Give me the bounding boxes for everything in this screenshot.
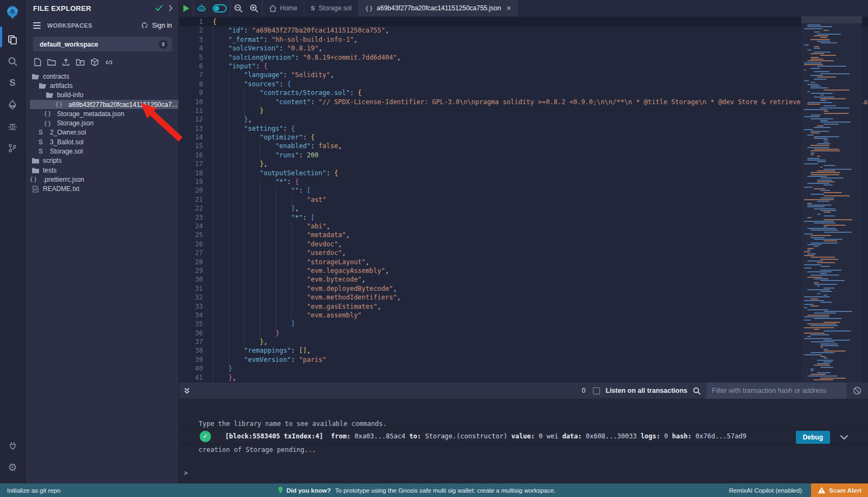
collapse-panel-chevron-icon[interactable] — [168, 5, 173, 11]
code-line[interactable]: 35] — [179, 320, 868, 328]
tree-item--prettierrc-json[interactable]: {}.prettierrc.json — [25, 175, 178, 184]
link-icon[interactable] — [105, 59, 113, 66]
upload-file-icon[interactable] — [62, 58, 70, 66]
plugin-manager-icon[interactable] — [0, 435, 25, 456]
tree-item-storage-json[interactable]: {}Storage.json — [25, 118, 178, 128]
copilot-status[interactable]: RemixAI Copilot (enabled) — [729, 487, 802, 494]
solidity-compiler-icon[interactable]: S — [0, 72, 25, 94]
close-tab-icon[interactable]: × — [507, 4, 511, 12]
settings-gear-icon[interactable]: ⚙ — [0, 456, 25, 478]
expand-transaction-chevron-icon[interactable] — [840, 434, 848, 442]
code-line[interactable]: 25"metadata", — [179, 231, 868, 239]
code-line[interactable]: 36} — [179, 329, 868, 337]
remix-logo-icon[interactable] — [3, 3, 22, 22]
lightbulb-icon — [278, 486, 283, 494]
tree-item-storage-sol[interactable]: SStorage.sol — [25, 146, 178, 156]
code-line[interactable]: 29"evm.legacyAssembly", — [179, 266, 868, 275]
tree-item-artifacts[interactable]: artifacts — [25, 81, 178, 90]
minimap[interactable] — [801, 16, 862, 383]
code-line[interactable]: 41}, — [179, 373, 868, 382]
code-line[interactable]: 39"evmVersion": "paris" — [179, 355, 868, 364]
code-line[interactable]: 6"input": { — [179, 62, 868, 71]
listen-all-transactions-checkbox[interactable] — [593, 387, 600, 394]
code-line[interactable]: 8"sources": { — [179, 80, 868, 88]
git-init-button[interactable]: Initialize as git repo — [7, 487, 60, 494]
code-line[interactable]: 11} — [179, 106, 868, 115]
code-line[interactable]: 19"*": { — [179, 177, 868, 186]
code-line[interactable]: 27"userdoc", — [179, 248, 868, 257]
ai-copilot-robot-icon[interactable] — [197, 4, 206, 13]
file-explorer-icon[interactable] — [0, 29, 25, 50]
code-line[interactable]: 14"optimizer": { — [179, 133, 868, 142]
code-line[interactable]: 10"content": "// SPDX-License-Identifier… — [179, 98, 868, 106]
minimap-slider[interactable] — [801, 16, 862, 23]
clear-console-icon[interactable] — [853, 386, 861, 395]
code-line[interactable]: 2"id": "a69b43f277ba20fcac141151250ca755… — [179, 26, 868, 35]
code-line[interactable]: 5"solcLongVersion": "0.8.19+commit.7dd6d… — [179, 53, 868, 62]
zoom-out-icon[interactable] — [234, 4, 243, 13]
code-line[interactable]: 38"remappings": [], — [179, 346, 868, 355]
run-script-play-icon[interactable] — [182, 4, 190, 12]
code-line[interactable]: 4"solcVersion": "0.8.19", — [179, 44, 868, 53]
code-line[interactable]: 40} — [179, 364, 868, 373]
github-sign-in-button[interactable]: Sign in — [141, 22, 172, 29]
transaction-filter-input[interactable] — [706, 383, 846, 399]
code-line[interactable]: 23"*": [ — [179, 213, 868, 222]
workspace-select[interactable]: default_workspace — [33, 37, 172, 52]
tab-home[interactable]: Home — [263, 0, 304, 16]
new-folder-icon[interactable] — [47, 59, 56, 66]
line-number: 19 — [179, 177, 203, 186]
copilot-toggle[interactable] — [213, 4, 227, 12]
tree-item-contracts[interactable]: contracts — [25, 72, 178, 81]
search-icon[interactable] — [0, 50, 25, 72]
tab-storage-sol[interactable]: S Storage.sol — [304, 0, 359, 16]
code-line[interactable]: 24"abi", — [179, 222, 868, 231]
code-line[interactable]: 12}, — [179, 115, 868, 124]
code-line[interactable]: 22], — [179, 204, 868, 213]
debugger-icon[interactable] — [0, 116, 25, 137]
code-line[interactable]: 28"storageLayout", — [179, 258, 868, 266]
tree-item-build-info[interactable]: build-info — [25, 91, 178, 100]
expand-terminal-icon[interactable] — [183, 387, 190, 394]
code-editor[interactable]: 1{2"id": "a69b43f277ba20fcac141151250ca7… — [179, 16, 868, 383]
code-line[interactable]: 16"runs": 200 — [179, 151, 868, 160]
code-line[interactable]: 32"evm.methodIdentifiers", — [179, 293, 868, 302]
code-line[interactable]: 30"evm.bytecode", — [179, 275, 868, 284]
code-line[interactable]: 33"evm.gasEstimates", — [179, 302, 868, 311]
deploy-run-icon[interactable] — [0, 94, 25, 116]
transaction-row[interactable]: ✓ [block:5583405 txIndex:4] from: 0xa03.… — [179, 428, 868, 444]
upload-folder-icon[interactable] — [76, 59, 85, 66]
tree-item-scripts[interactable]: scripts — [25, 156, 178, 165]
tab-build-info-json[interactable]: {} a69b43f277ba20fcac141151250ca755.json… — [359, 0, 518, 16]
git-icon[interactable] — [0, 137, 25, 159]
code-line[interactable]: 18"outputSelection": { — [179, 169, 868, 177]
code-line[interactable]: 13"settings": { — [179, 124, 868, 133]
workspaces-menu-icon[interactable] — [33, 22, 41, 29]
terminal-prompt[interactable]: > — [184, 469, 188, 477]
new-file-icon[interactable] — [34, 58, 41, 66]
debug-button[interactable]: Debug — [796, 431, 830, 444]
tree-item-a69b43f277ba20fcac141151250ca7-[interactable]: {}a69b43f277ba20fcac141151250ca7... — [30, 100, 178, 109]
terminal[interactable]: Type the library name to see available c… — [179, 399, 868, 483]
tree-item-2-owner-sol[interactable]: S2_Owner.sol — [25, 128, 178, 137]
code-line[interactable]: 31"evm.deployedBytecode", — [179, 284, 868, 293]
code-line[interactable]: 26"devdoc", — [179, 240, 868, 248]
ipfs-box-icon[interactable] — [91, 58, 99, 66]
tree-item-label: 3_Ballot.sol — [50, 138, 84, 146]
code-line[interactable]: 37}, — [179, 337, 868, 346]
tree-item-3-ballot-sol[interactable]: S3_Ballot.sol — [25, 137, 178, 146]
code-line[interactable]: 34"evm.assembly" — [179, 311, 868, 320]
code-line[interactable]: 9"contracts/Storage.sol": { — [179, 88, 868, 97]
tree-item-storage-metadata-json[interactable]: {}Storage_metadata.json — [25, 109, 178, 118]
code-line[interactable]: 20"": [ — [179, 186, 868, 195]
code-line[interactable]: 15"enabled": false, — [179, 142, 868, 150]
code-line[interactable]: 3"_format": "hh-sol-build-info-1", — [179, 35, 868, 44]
tree-item-tests[interactable]: tests — [25, 165, 178, 175]
code-line[interactable]: 7"language": "Solidity", — [179, 71, 868, 79]
tree-item-readme-txt[interactable]: README.txt — [25, 184, 178, 194]
code-line[interactable]: 1{ — [179, 17, 868, 26]
scam-alert-badge[interactable]: Scam Alert — [811, 483, 868, 497]
code-line[interactable]: 17}, — [179, 160, 868, 168]
code-line[interactable]: 21"ast" — [179, 195, 868, 204]
zoom-in-icon[interactable] — [250, 4, 259, 13]
